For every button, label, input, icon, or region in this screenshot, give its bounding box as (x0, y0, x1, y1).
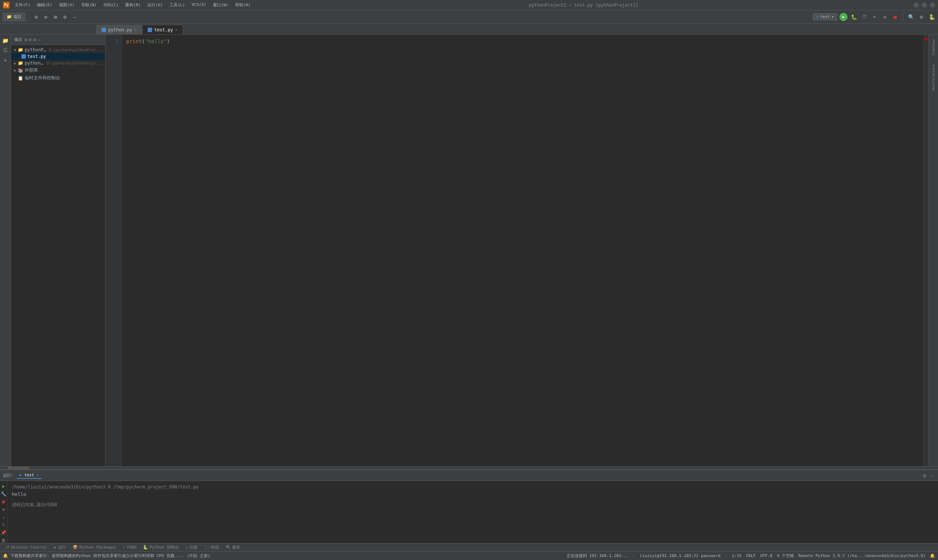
tree-item-project1[interactable]: ▼ 📁 pythonProject1 D:\pycharm\pythonProj… (11, 46, 105, 53)
charset[interactable]: UTF-8 (760, 553, 772, 558)
menu-window[interactable]: 窗口(W) (210, 2, 231, 8)
status-tab-terminal-label: 终端 (211, 545, 219, 550)
status-tab-python-console[interactable]: 🐍 Python 控制台 (140, 544, 182, 551)
bottom-minimize-icon[interactable]: — (929, 472, 935, 479)
right-panel-sideview[interactable]: SideView (930, 36, 938, 58)
tab-test-py-close[interactable]: ✕ (175, 28, 177, 32)
favorites-sidebar-icon[interactable]: ★ (1, 55, 10, 64)
project-header-minimize[interactable]: — (37, 37, 40, 42)
menu-bar[interactable]: 文件(F) 编辑(E) 视图(V) 导航(N) 代码(C) 重构(R) 运行(U… (12, 2, 254, 8)
horizontal-scrollbar[interactable] (0, 466, 938, 469)
status-tab-todo[interactable]: ✓ TODO (120, 544, 139, 551)
menu-refactor[interactable]: 重构(R) (122, 2, 143, 8)
tree-item-temp-files[interactable]: ▶ 📋 临时文件和控制台 (11, 74, 105, 82)
run-output: /home/liuziyi/anaconda3/bin/python3.9 /t… (8, 481, 938, 543)
version-control-icon: ⎇ (5, 545, 9, 550)
run-tab-close[interactable]: ✕ (37, 473, 39, 477)
editor-area: 1 print ( "hello" ) (106, 35, 929, 466)
tab-python-py-close[interactable]: ✕ (134, 28, 137, 32)
project-sidebar-icon[interactable]: 📁 (1, 36, 10, 45)
debug-button[interactable]: 🐛 (850, 13, 858, 21)
project2-path: D:\pycharm\pythonProje... (46, 61, 102, 65)
settings-icon[interactable]: ⚙ (32, 13, 40, 21)
menu-file[interactable]: 文件(F) (12, 2, 33, 8)
tab-python-py[interactable]: python.py ✕ (96, 25, 142, 34)
project-header-sort[interactable]: ≡ (29, 37, 32, 42)
profile-button[interactable]: ⏱ (860, 13, 868, 21)
right-panel-notifications[interactable]: Notifications (930, 66, 938, 89)
interpreter-info[interactable]: Remote Python 3.9.7 (/ho.../anaconda3/bi… (798, 553, 926, 558)
run-pin-icon[interactable]: 📌 (0, 530, 7, 535)
tree-item-project2[interactable]: ▶ 📁 pythonProject2 D:\pycharm\pythonProj… (11, 60, 105, 66)
test-py-file-icon (22, 54, 26, 58)
line-ending[interactable]: CRLF (746, 553, 756, 558)
status-tab-issues-label: 问题 (189, 545, 197, 550)
menu-navigate[interactable]: 导航(N) (78, 2, 100, 8)
structure-sidebar-icon[interactable]: ☰ (1, 46, 10, 55)
status-tab-python-packages[interactable]: 📦 Python Packages (70, 544, 119, 551)
project-panel-header: 项目 ⚙ ≡ ⚙ — (11, 35, 105, 45)
menu-vcs[interactable]: VCS(S) (189, 2, 209, 8)
tree-item-test-py[interactable]: test.py (11, 53, 105, 60)
project-header-settings[interactable]: ⚙ (25, 37, 27, 42)
tree-item-external-libs[interactable]: ▶ 📚 外部库 (11, 66, 105, 74)
sort-icon[interactable]: ≡ (42, 13, 50, 21)
window-title: pythonProject1 – test.py [pythonProject1… (254, 3, 914, 8)
editor-content[interactable]: 1 print ( "hello" ) (106, 35, 929, 466)
user-info: liuziyi@192.168.1.103:22 password (640, 553, 720, 558)
run-tab[interactable]: ▶ test ✕ (17, 472, 42, 479)
settings2-icon[interactable]: ⚙ (61, 13, 69, 21)
bottom-panel-content: ▶ 🔧 ■ ≡ ↓ ▽ 📌 🗑 /home/liuziyi/anaconda3/… (0, 481, 938, 543)
coverage-button[interactable]: ☂ (870, 13, 879, 21)
run-wrench-icon[interactable]: 🔧 (0, 491, 7, 497)
menu-code[interactable]: 代码(C) (100, 2, 122, 8)
window-controls: — □ ✕ (913, 3, 935, 8)
stop-button[interactable]: ■ (891, 13, 899, 21)
status-tab-services[interactable]: 🔌 服务 (222, 544, 243, 551)
bottom-panel: 运行: ▶ test ✕ ⚙ — ▶ 🔧 ■ ≡ ↓ ▽ 📌 🗑 /home/l… (0, 469, 938, 543)
gear-button[interactable]: ⚙ (917, 13, 926, 21)
status-tab-python-packages-label: Python Packages (79, 545, 116, 550)
code-editor[interactable]: print ( "hello" ) (122, 35, 923, 466)
python-icon[interactable]: 🐍 (928, 13, 936, 21)
project-tab-label: 项目 (13, 14, 22, 20)
bottom-settings-icon[interactable]: ⚙ (921, 472, 927, 479)
notification-icon: 🔔 (3, 553, 8, 558)
menu-view[interactable]: 视图(V) (56, 2, 77, 8)
close-button[interactable]: ✕ (930, 3, 935, 8)
run-config[interactable]: ⚙ test ▾ (813, 13, 837, 20)
todo-icon: ✓ (123, 545, 125, 550)
run-play-icon[interactable]: ▶ (0, 483, 7, 489)
maximize-button[interactable]: □ (922, 3, 927, 8)
project-header-gear[interactable]: ⚙ (33, 37, 36, 42)
run-with-coverage[interactable]: ⊕ (881, 13, 889, 21)
menu-help[interactable]: 帮助(H) (232, 2, 254, 8)
project-tab[interactable]: 📁 项目 (2, 12, 26, 22)
project-panel-header-icons: ⚙ ≡ ⚙ — (25, 37, 40, 42)
menu-tools[interactable]: 工具(L) (167, 2, 188, 8)
run-left-icons: ▶ 🔧 ■ ≡ ↓ ▽ 📌 🗑 (0, 481, 8, 543)
status-tab-issues[interactable]: ⚠ 问题 (183, 544, 201, 551)
run-trash-icon[interactable]: 🗑 (0, 537, 7, 543)
minimize-button[interactable]: — (913, 3, 919, 8)
expand-icon[interactable]: ⊞ (51, 13, 59, 21)
menu-run[interactable]: 运行(U) (144, 2, 166, 8)
minimize-panel-icon[interactable]: — (71, 13, 79, 21)
tab-test-py[interactable]: test.py ✕ (142, 25, 183, 34)
status-tab-run[interactable]: ▶ 运行 (51, 544, 69, 551)
run-button[interactable]: ▶ (839, 13, 847, 21)
search-button[interactable]: 🔍 (907, 13, 915, 21)
notifications-icon[interactable]: 🔔 (930, 553, 935, 558)
run-stop-icon[interactable]: ■ (0, 499, 7, 504)
status-tab-terminal[interactable]: ⬛ 终端 (201, 544, 222, 551)
indent-info[interactable]: 4 个空格 (777, 553, 794, 558)
run-filter-icon[interactable]: ▽ (0, 522, 7, 528)
run-scroll-icon[interactable]: ↓ (0, 514, 7, 520)
status-tab-version-control[interactable]: ⎇ Version Control (2, 544, 50, 551)
run-list-icon[interactable]: ≡ (0, 506, 7, 512)
status-bar: 🔔 下载预构建共享索引: 使用预构建的Python 软件包共享索引减少少索引时间… (0, 551, 938, 560)
line-col-indicator[interactable]: 1:15 (732, 553, 742, 558)
menu-edit[interactable]: 编辑(E) (34, 2, 56, 8)
scrollbar-thumb[interactable] (8, 467, 29, 469)
project2-label: pythonProject2 (25, 60, 45, 66)
